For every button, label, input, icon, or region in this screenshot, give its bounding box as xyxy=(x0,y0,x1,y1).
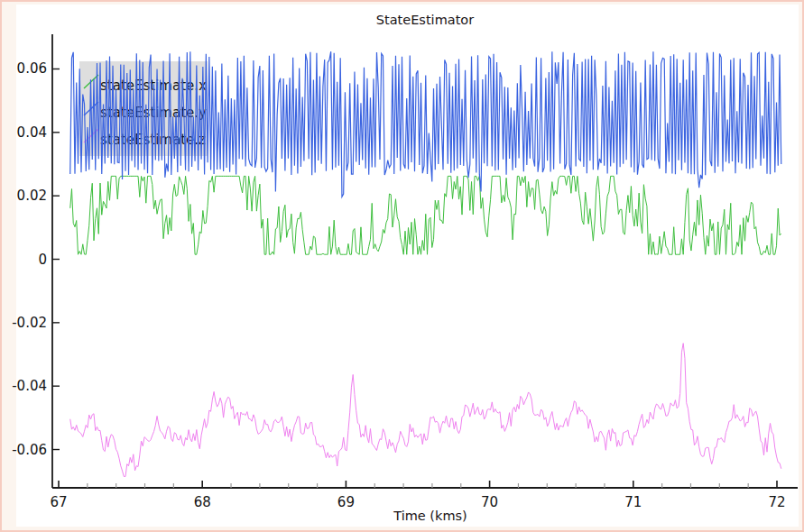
x-tick-label: 68 xyxy=(194,494,211,510)
plot-window: StateEstimator stateEstimate.x stateEsti… xyxy=(0,0,804,532)
x-tick-label: 67 xyxy=(50,494,67,510)
y-tick-label: 0.06 xyxy=(17,60,47,77)
x-tick-label: 71 xyxy=(624,494,642,510)
legend-entry-x: stateEstimate.x xyxy=(84,75,207,94)
x-tick-label: 69 xyxy=(337,494,355,510)
y-tick-label: -0.02 xyxy=(12,315,47,331)
y-tick-label: -0.06 xyxy=(12,442,47,458)
y-tick-label: 0.02 xyxy=(17,188,47,204)
y-tick-label: 0.04 xyxy=(17,124,47,141)
x-tick-label: 72 xyxy=(768,494,785,510)
x-tick-label: 70 xyxy=(481,494,498,510)
x-axis-label: Time (kms) xyxy=(393,509,467,523)
y-tick-label: -0.04 xyxy=(12,378,47,394)
chart-canvas[interactable]: StateEstimator stateEstimate.x stateEsti… xyxy=(2,2,802,530)
y-tick-label: 0 xyxy=(38,252,47,268)
chart-title: StateEstimator xyxy=(376,13,474,27)
